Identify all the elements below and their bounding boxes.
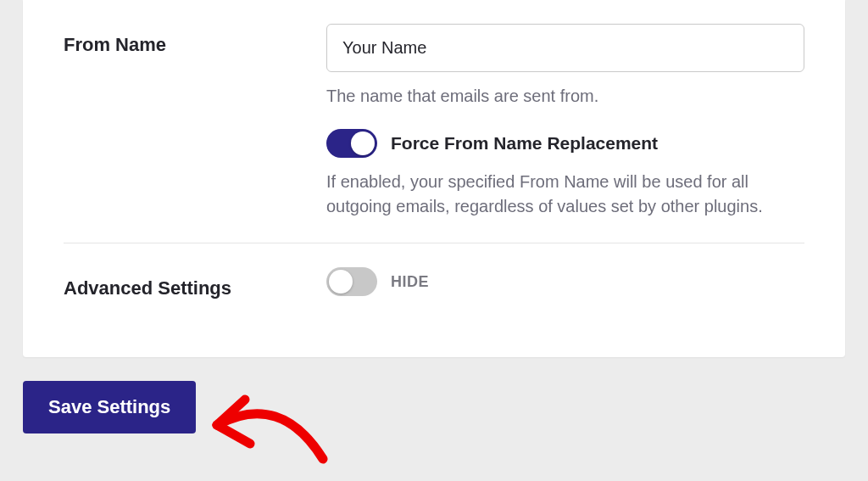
advanced-label: Advanced Settings [64,267,309,299]
advanced-state-label: HIDE [391,273,429,291]
advanced-content: HIDE [326,267,804,296]
force-block: Force From Name Replacement If enabled, … [326,129,804,219]
save-settings-button[interactable]: Save Settings [23,381,196,433]
force-from-name-toggle[interactable] [326,129,377,158]
annotation-arrow-icon [204,383,340,481]
from-name-helper: The name that emails are sent from. [326,84,804,109]
advanced-toggle-line: HIDE [326,267,804,296]
from-name-row: From Name The name that emails are sent … [64,0,804,243]
toggle-knob-icon [329,270,353,294]
settings-panel: From Name The name that emails are sent … [23,0,845,357]
advanced-toggle[interactable] [326,267,377,296]
toggle-knob-icon [351,131,375,155]
from-name-label: From Name [64,24,309,56]
from-name-input[interactable] [326,24,804,72]
from-name-content: The name that emails are sent from. Forc… [326,24,804,219]
force-toggle-label: Force From Name Replacement [391,133,658,154]
advanced-row: Advanced Settings HIDE [64,243,804,323]
force-helper: If enabled, your specified From Name wil… [326,170,804,219]
force-toggle-line: Force From Name Replacement [326,129,804,158]
